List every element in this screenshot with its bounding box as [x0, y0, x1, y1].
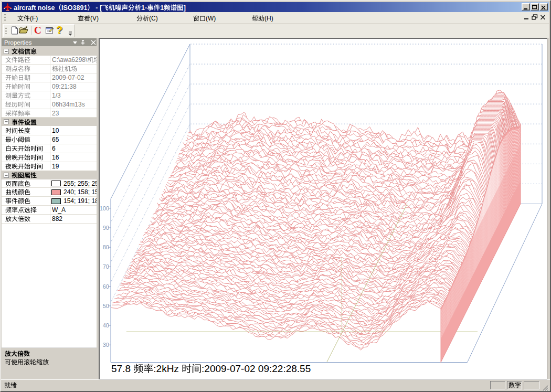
svg-text:(F): (F)	[30, 15, 38, 22]
svg-text:100: 100	[100, 205, 109, 211]
svg-text:90: 90	[103, 225, 109, 231]
svg-text:10: 10	[52, 127, 59, 134]
svg-text:W_A: W_A	[52, 207, 66, 214]
svg-text:80: 80	[103, 244, 109, 250]
svg-text:65: 65	[52, 136, 59, 143]
svg-text:2009-07-02: 2009-07-02	[52, 74, 84, 81]
svg-text:882: 882	[52, 216, 62, 223]
svg-text:57.8: 57.8	[111, 363, 133, 374]
svg-text:60: 60	[103, 283, 109, 290]
svg-text:09:21:38: 09:21:38	[52, 83, 77, 90]
svg-text:70: 70	[103, 263, 109, 270]
svg-text:ISO3891: ISO3891	[61, 4, 87, 12]
svg-text:]: ]	[184, 4, 186, 12]
svg-text::2kHz: :2kHz	[153, 363, 182, 374]
svg-text:50: 50	[103, 303, 109, 309]
svg-text:1/3: 1/3	[52, 92, 61, 99]
svg-text:6: 6	[52, 145, 56, 152]
svg-text:- [: - [	[94, 4, 102, 12]
svg-text:Properties: Properties	[4, 39, 32, 46]
svg-text:(H): (H)	[264, 15, 273, 22]
svg-text:C:\awa6298\: C:\awa6298\	[52, 56, 88, 63]
svg-text:240; 158; 158: 240; 158; 158	[63, 189, 97, 196]
svg-text:40: 40	[103, 322, 109, 329]
svg-text:1: 1	[160, 4, 164, 12]
svg-text:16: 16	[52, 154, 59, 161]
svg-text:(W): (W)	[206, 15, 216, 22]
svg-text:1-: 1-	[141, 4, 147, 12]
svg-text:(C): (C)	[149, 15, 158, 22]
svg-text:(V): (V)	[90, 15, 99, 22]
svg-text::2009-07-02 09:22:28.55: :2009-07-02 09:22:28.55	[202, 363, 311, 374]
svg-text:aircraft noise: aircraft noise	[14, 4, 55, 12]
svg-text:19: 19	[52, 163, 59, 170]
svg-text:255; 255; 255: 255; 255; 255	[63, 180, 97, 187]
svg-text:06h34m13s: 06h34m13s	[52, 101, 85, 108]
svg-text:23: 23	[52, 110, 59, 117]
svg-text:30: 30	[103, 342, 109, 348]
svg-text:154; 191; 184: 154; 191; 184	[63, 198, 97, 205]
